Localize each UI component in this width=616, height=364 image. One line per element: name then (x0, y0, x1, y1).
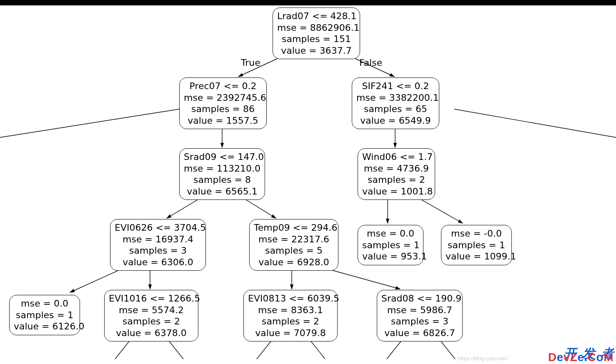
node-lr-l: EVI0813 <= 6039.5 mse = 8363.1 samples =… (243, 290, 338, 342)
node-cond: Temp09 <= 294.6 (254, 222, 334, 234)
node-mse: mse = 4736.9 (362, 163, 431, 175)
leaf-ll: mse = 0.0 samples = 1 value = 6126.0 (9, 295, 80, 335)
node-val: value = 1001.8 (362, 186, 431, 197)
node-samp: samples = 2 (248, 316, 333, 327)
node-mse: mse = 113210.0 (184, 163, 260, 175)
node-mse: mse = 2392745.6 (184, 92, 262, 104)
node-r-c: Wind06 <= 1.7 mse = 4736.9 samples = 2 v… (358, 148, 435, 200)
node-mse: mse = 3382200.1 (356, 92, 435, 104)
node-val: value = 6928.0 (254, 257, 334, 268)
node-l-c-r: Temp09 <= 294.6 mse = 22317.6 samples = … (249, 219, 338, 271)
node-val: value = 6378.0 (109, 327, 194, 339)
node-mse: mse = 8363.1 (248, 304, 333, 316)
node-samp: samples = 1 (362, 239, 419, 251)
svg-line-10 (70, 267, 125, 292)
node-mse: mse = 8862906.1 (277, 22, 356, 34)
node-samp: samples = 2 (109, 316, 194, 327)
node-left: Prec07 <= 0.2 mse = 2392745.6 samples = … (179, 77, 267, 129)
node-cond: Lrad07 <= 428.1 (277, 10, 356, 22)
node-cond: Srad09 <= 147.0 (184, 151, 260, 163)
site-watermark-en: DevZe.CoM (548, 351, 613, 364)
node-val: value = 1099.1 (446, 251, 507, 262)
node-val: value = 6126.0 (14, 321, 75, 332)
node-samp: samples = 5 (254, 245, 334, 257)
node-cond: Srad08 <= 190.9 (381, 293, 458, 304)
leaf-r-c-r: mse = -0.0 samples = 1 value = 1099.1 (441, 225, 512, 265)
node-val: value = 6826.7 (381, 327, 458, 339)
node-val: value = 3637.7 (277, 45, 356, 57)
node-val: value = 953.1 (362, 251, 419, 262)
node-mse: mse = 0.0 (14, 298, 75, 309)
node-samp: samples = 3 (381, 316, 458, 327)
node-samp: samples = 2 (362, 174, 431, 186)
csdn-watermark: https://blog.csdn.net/ (458, 355, 508, 362)
node-samp: samples = 8 (184, 174, 260, 186)
svg-line-9 (416, 197, 463, 223)
node-samp: samples = 1 (14, 309, 75, 321)
node-right: SIF241 <= 0.2 mse = 3382200.1 samples = … (352, 77, 439, 129)
node-cond: EVI0813 <= 6039.5 (248, 293, 333, 304)
node-mse: mse = 22317.6 (254, 234, 334, 245)
node-samp: samples = 151 (277, 33, 356, 45)
node-l-c-l: EVI0626 <= 3704.5 mse = 16937.4 samples … (110, 219, 206, 271)
node-val: value = 6549.9 (356, 115, 435, 127)
window-top-bar (0, 0, 616, 5)
node-samp: samples = 86 (184, 103, 262, 115)
node-val: value = 6565.1 (184, 186, 260, 197)
edge-label-false: False (359, 57, 382, 68)
node-l-c: Srad09 <= 147.0 mse = 113210.0 samples =… (179, 148, 265, 200)
node-mse: mse = -0.0 (446, 228, 507, 239)
node-cond: Prec07 <= 0.2 (184, 80, 262, 92)
node-mse: mse = 16937.4 (115, 234, 201, 245)
leaf-r-c-l: mse = 0.0 samples = 1 value = 953.1 (358, 225, 423, 265)
node-lr-r: Srad08 <= 190.9 mse = 5986.7 samples = 3… (377, 290, 463, 342)
node-cond: EVI1016 <= 1266.5 (109, 293, 194, 304)
node-ll-r: EVI1016 <= 1266.5 mse = 5574.2 samples =… (104, 290, 198, 342)
node-samp: samples = 65 (356, 103, 435, 115)
edge-label-true: True (241, 57, 260, 68)
node-samp: samples = 1 (446, 239, 507, 251)
node-root: Lrad07 <= 428.1 mse = 8862906.1 samples … (273, 7, 360, 59)
node-cond: EVI0626 <= 3704.5 (115, 222, 201, 234)
node-mse: mse = 5986.7 (381, 304, 458, 316)
svg-line-13 (322, 267, 400, 289)
node-mse: mse = 5574.2 (109, 304, 194, 316)
node-val: value = 1557.5 (184, 115, 262, 127)
node-val: value = 6306.0 (115, 257, 201, 268)
node-val: value = 7079.8 (248, 327, 333, 339)
node-cond: SIF241 <= 0.2 (356, 80, 435, 92)
node-cond: Wind06 <= 1.7 (362, 151, 431, 163)
svg-line-2 (0, 109, 179, 137)
node-samp: samples = 3 (115, 245, 201, 257)
svg-line-5 (454, 109, 616, 137)
node-mse: mse = 0.0 (362, 228, 419, 239)
